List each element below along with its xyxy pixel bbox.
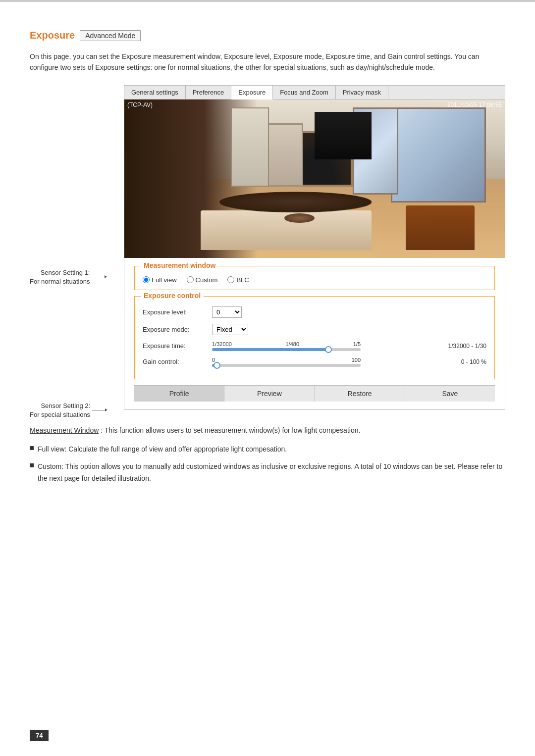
radio-custom-label: Custom <box>196 276 218 284</box>
exposure-level-label: Exposure level: <box>143 308 212 316</box>
exposure-control-title: Exposure control <box>141 292 204 300</box>
settings-area: Measurement window Full view Custom B <box>124 258 505 409</box>
save-button[interactable]: Save <box>405 386 495 402</box>
camera-datetime-label: 2011/10/15 17:08:56 <box>447 101 502 108</box>
bullet-square-1 <box>30 446 34 450</box>
action-buttons: Profile Preview Restore Save <box>134 385 495 402</box>
gain-slider-area: 0 100 <box>212 357 455 367</box>
sensor-label-1: Sensor Setting 1: For normal situations <box>30 268 107 286</box>
tab-focus-zoom[interactable]: Focus and Zoom <box>273 86 336 99</box>
gain-control-row: Gain control: 0 100 0 - 100 % <box>143 357 486 367</box>
radio-fullview[interactable]: Full view <box>143 276 177 284</box>
gain-tick-labels: 0 100 <box>212 357 361 363</box>
exposure-time-row: Exposure time: 1/32000 1/480 1/5 <box>143 341 486 351</box>
footnote-mw-title: Measurement Window <box>30 426 99 434</box>
room-arch-right <box>231 107 269 187</box>
camera-feed <box>124 100 505 258</box>
tab-bar: General settings Preference Exposure Foc… <box>124 86 505 100</box>
time-max-label: 1/5 <box>353 341 361 347</box>
page-number: 74 <box>30 730 49 741</box>
gain-control-label: Gain control: <box>143 358 212 365</box>
tab-privacy-mask[interactable]: Privacy mask <box>336 86 388 99</box>
radio-custom[interactable]: Custom <box>187 276 218 284</box>
profile-button[interactable]: Profile <box>134 386 224 402</box>
exposure-mode-control: Fixed Auto Manual <box>212 324 248 335</box>
exposure-level-control: 0 1 -1 2 <box>212 306 242 318</box>
sensor-label-2: Sensor Setting 2: For special situations <box>30 402 107 419</box>
exposure-mode-label: Exposure mode: <box>143 326 212 333</box>
exposure-time-range: 1/32000 - 1/30 <box>448 343 486 350</box>
sensor2-line2: For special situations <box>30 410 90 419</box>
room-chair <box>406 205 474 250</box>
exposure-time-label: Exposure time: <box>143 342 212 350</box>
exposure-level-select[interactable]: 0 1 -1 2 <box>212 306 242 318</box>
advanced-mode-badge[interactable]: Advanced Mode <box>80 30 141 41</box>
exposure-time-track[interactable] <box>212 348 361 351</box>
sensor1-line2: For normal situations <box>30 277 90 286</box>
footnote-mw-text: : This function allows users to set meas… <box>101 426 360 434</box>
radio-fullview-label: Full view <box>152 276 177 284</box>
sensor2-line1: Sensor Setting 2: <box>30 402 90 410</box>
gain-max-label: 100 <box>352 357 361 363</box>
gain-control-thumb[interactable] <box>214 362 220 369</box>
exposure-time-thumb[interactable] <box>325 346 332 353</box>
exposure-time-slider-area: 1/32000 1/480 1/5 <box>212 341 442 351</box>
page-description: On this page, you can set the Exposure m… <box>30 51 505 73</box>
measurement-window-title: Measurement window <box>141 261 218 269</box>
time-min-label: 1/32000 <box>212 341 232 347</box>
bullet-square-2 <box>30 463 34 467</box>
preview-button[interactable]: Preview <box>224 386 315 402</box>
gain-control-inner: Gain control: 0 100 0 - 100 % <box>143 357 486 367</box>
radio-blc[interactable]: BLC <box>227 276 249 284</box>
camera-view: (TCP-AV) 2011/10/15 17:08:56 <box>124 100 505 258</box>
exposure-time-inner: Exposure time: 1/32000 1/480 1/5 <box>143 341 486 351</box>
exposure-time-tick-labels: 1/32000 1/480 1/5 <box>212 341 361 347</box>
bullet-custom: Custom: This option allows you to manual… <box>30 461 505 485</box>
bullet-fullview: Full view: Calculate the full range of v… <box>30 444 505 455</box>
gain-control-track[interactable] <box>212 364 361 367</box>
exposure-mode-row: Exposure mode: Fixed Auto Manual <box>143 324 486 335</box>
camera-tcp-label: (TCP-AV) <box>127 101 153 108</box>
measurement-window-options: Full view Custom BLC <box>143 276 486 284</box>
room-piano <box>315 112 372 159</box>
sensor2-arrow <box>92 410 107 410</box>
room-window <box>391 107 486 202</box>
bullet-custom-text: Custom: This option allows you to manual… <box>38 461 505 485</box>
sensor1-line1: Sensor Setting 1: <box>30 268 90 277</box>
page-title: Exposure <box>30 30 75 41</box>
time-mid-label: 1/480 <box>285 341 299 347</box>
exposure-control-section: Exposure control Exposure level: 0 1 -1 … <box>134 296 495 379</box>
restore-button[interactable]: Restore <box>315 386 405 402</box>
bullet-fullview-text: Full view: Calculate the full range of v… <box>38 444 287 455</box>
tab-general-settings[interactable]: General settings <box>124 86 186 99</box>
exposure-level-row: Exposure level: 0 1 -1 2 <box>143 306 486 318</box>
radio-blc-label: BLC <box>236 276 249 284</box>
footnote-measurement-window: Measurement Window : This function allow… <box>30 425 505 437</box>
tab-preference[interactable]: Preference <box>186 86 232 99</box>
measurement-window-section: Measurement window Full view Custom B <box>134 266 495 290</box>
camera-panel: General settings Preference Exposure Foc… <box>124 85 505 410</box>
page-header: Exposure Advanced Mode <box>30 30 505 41</box>
gain-min-label: 0 <box>212 357 215 363</box>
tab-exposure[interactable]: Exposure <box>231 86 273 100</box>
footnotes: Measurement Window : This function allow… <box>30 425 505 485</box>
radio-custom-input[interactable] <box>187 276 194 283</box>
gain-range-label: 0 - 100 % <box>461 358 486 365</box>
exposure-mode-select[interactable]: Fixed Auto Manual <box>212 324 248 335</box>
radio-fullview-input[interactable] <box>143 276 150 283</box>
radio-blc-input[interactable] <box>227 276 234 283</box>
sensor1-arrow <box>92 277 107 277</box>
